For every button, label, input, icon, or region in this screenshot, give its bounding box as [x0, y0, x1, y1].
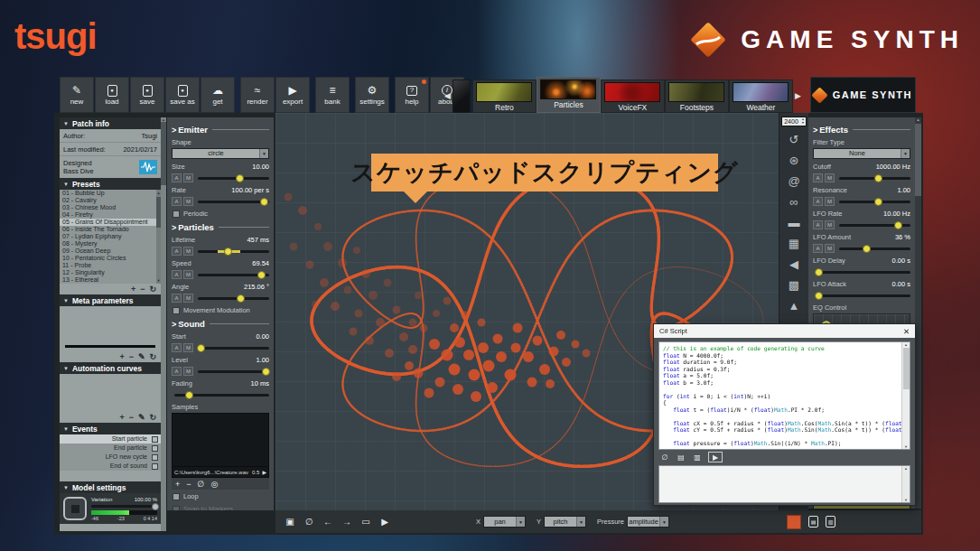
pressure-dropdown[interactable]: amplitude▼ — [627, 516, 669, 528]
effects-section-header[interactable]: >Effects — [813, 125, 910, 135]
midi-button[interactable]: M — [183, 367, 193, 376]
sample-btn-icon[interactable]: ◎ — [210, 480, 218, 489]
footer-edit-icon[interactable]: ✎ — [138, 352, 145, 361]
save-button[interactable]: ●save — [130, 77, 164, 113]
midi-button[interactable]: M — [183, 270, 193, 279]
load-script-icon[interactable]: ▥ — [692, 452, 703, 462]
filter-type-dropdown[interactable]: None▼ — [813, 148, 910, 159]
save-script-icon[interactable]: ▤ — [676, 452, 686, 462]
event-row[interactable]: End of sound — [60, 462, 161, 471]
particles-section-header[interactable]: >Particles — [172, 222, 269, 232]
play-icon[interactable]: ▶ — [379, 517, 390, 527]
waveform-icon[interactable] — [139, 160, 157, 174]
preset-item[interactable]: 01 - Bubble Up — [60, 190, 156, 197]
preset-item[interactable]: 11 - Probe — [60, 262, 156, 269]
script-code-editor[interactable]: // this is an example of code generating… — [658, 341, 910, 450]
meta-parameter-bar[interactable] — [65, 345, 155, 348]
sample-btn-icon[interactable]: ∅ — [198, 480, 205, 489]
slider-track[interactable] — [839, 177, 910, 180]
midi-button[interactable]: M — [183, 197, 193, 206]
close-icon[interactable]: ✕ — [903, 327, 910, 336]
yarn-tool-icon[interactable]: ⊛ — [784, 154, 804, 167]
tabs-next-arrow[interactable]: ▶ — [795, 91, 801, 100]
slider-knob[interactable] — [863, 245, 871, 253]
sound-section-header[interactable]: >Sound — [172, 319, 269, 329]
slider-track[interactable] — [198, 297, 269, 300]
triangle-left-tool-icon[interactable]: ◀ — [784, 258, 804, 271]
preset-item[interactable]: 12 - Singularity — [60, 269, 156, 276]
variation-slider[interactable] — [91, 505, 157, 508]
events-header[interactable]: ▼Events — [60, 423, 161, 434]
automate-button[interactable]: A — [813, 197, 823, 206]
automate-button[interactable]: A — [172, 173, 182, 182]
automate-button[interactable]: A — [813, 173, 823, 182]
footer-refresh-icon[interactable]: ↻ — [149, 285, 156, 294]
event-row[interactable]: Start particle — [60, 434, 161, 444]
movement-modulation-checkbox[interactable] — [173, 307, 180, 314]
preset-item[interactable]: 02 - Cavalry — [60, 197, 156, 204]
copy-doc-button[interactable]: ▤ — [808, 516, 818, 528]
color-swatch[interactable] — [787, 515, 801, 529]
slider-knob[interactable] — [894, 221, 902, 229]
slider-knob[interactable] — [185, 391, 193, 399]
clear-script-icon[interactable]: ∅ — [659, 452, 670, 462]
sidebar-scrollbar[interactable]: ▲ — [161, 117, 166, 531]
slider-track[interactable] — [198, 201, 269, 203]
slider-track[interactable] — [198, 347, 269, 350]
meta-parameters-header[interactable]: ▼Meta parameters — [60, 294, 161, 306]
slider-knob[interactable] — [257, 271, 266, 279]
preset-item[interactable]: 04 - Firefry — [60, 211, 156, 219]
snap-markers-checkbox[interactable] — [173, 506, 180, 511]
output-scrollbar[interactable]: ▲▼ — [901, 466, 910, 502]
slider-track[interactable] — [198, 370, 269, 373]
render-button[interactable]: ≈render — [240, 77, 275, 113]
effects-scrollbar[interactable]: ▲ — [915, 117, 921, 509]
scribble-tool-icon[interactable]: ▩ — [784, 279, 804, 292]
slider-knob[interactable] — [237, 294, 245, 303]
bank-button[interactable]: ≡bank — [315, 77, 350, 113]
patch-info-header[interactable]: ▼Patch info — [60, 117, 161, 129]
slider-knob[interactable] — [197, 344, 205, 352]
export-button[interactable]: ▶export — [275, 77, 310, 113]
points-spinner[interactable]: 2400 ▲▼ — [781, 117, 807, 126]
sample-file-row[interactable]: C:\Users\kvrg6...\Creature.wav 0.5 ▶ — [172, 467, 269, 478]
sample-play-icon[interactable]: ▶ — [262, 469, 266, 475]
script-output-area[interactable]: ▲▼ — [658, 465, 910, 503]
slider-knob[interactable] — [874, 198, 882, 206]
slider-knob[interactable] — [236, 174, 244, 182]
automate-button[interactable]: A — [172, 197, 182, 206]
undo-arrow-icon[interactable]: ← — [322, 517, 333, 527]
slider-track[interactable] — [198, 274, 269, 276]
sample-btn-icon[interactable]: + — [175, 480, 180, 489]
event-row[interactable]: LFO new cycle — [60, 453, 161, 462]
window-icon[interactable]: ▭ — [360, 517, 371, 527]
load-button[interactable]: ●load — [95, 77, 129, 113]
event-script-box[interactable] — [152, 436, 158, 443]
help-button[interactable]: ?help — [395, 77, 429, 113]
script-window-titlebar[interactable]: C# Script ✕ — [654, 324, 915, 338]
automate-button[interactable]: A — [813, 220, 823, 229]
samples-list[interactable] — [172, 413, 269, 467]
variation-knob[interactable] — [152, 503, 159, 510]
noise-tool-icon[interactable]: ▦ — [784, 238, 804, 250]
tab-footsteps[interactable]: Footsteps — [665, 79, 729, 113]
slider-knob[interactable] — [262, 368, 270, 376]
periodic-checkbox[interactable] — [173, 210, 180, 218]
clear-icon[interactable]: ∅ — [303, 517, 314, 527]
event-script-box[interactable] — [152, 463, 158, 470]
slider-knob[interactable] — [260, 198, 268, 206]
preset-item[interactable]: 07 - Lydian Epiphany — [60, 233, 156, 240]
preset-item[interactable]: 08 - Mystery — [60, 240, 156, 247]
slider-track[interactable] — [198, 177, 269, 180]
presets-header[interactable]: ▼Presets — [60, 178, 161, 190]
slider-track[interactable] — [198, 250, 269, 253]
line-tool-icon[interactable]: ▬ — [784, 217, 804, 229]
tab-partial[interactable] — [453, 79, 471, 113]
preset-item[interactable]: 10 - Pentatonic Circles — [60, 255, 156, 262]
save-as-button[interactable]: ●save as — [165, 77, 200, 113]
tab-weather[interactable]: Weather — [729, 79, 793, 113]
midi-button[interactable]: M — [183, 294, 193, 303]
tab-voicefx[interactable]: VoiceFX — [601, 79, 665, 113]
midi-button[interactable]: M — [183, 343, 193, 352]
footer-remove-icon[interactable]: − — [140, 285, 145, 294]
